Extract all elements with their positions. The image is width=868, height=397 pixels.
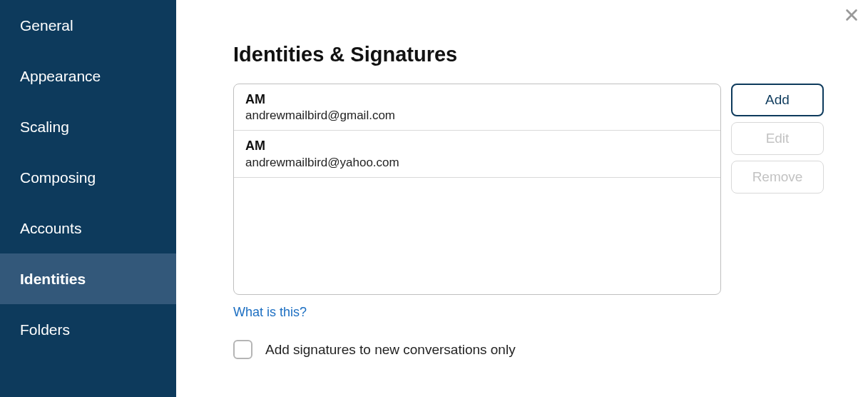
sidebar-item-label: Accounts [20,220,81,237]
identity-name: AM [245,91,709,108]
settings-sidebar: General Appearance Scaling Composing Acc… [0,0,176,397]
close-icon[interactable] [844,7,859,26]
add-button[interactable]: Add [731,84,824,116]
remove-button[interactable]: Remove [731,161,824,194]
identity-list-item[interactable]: AM andrewmailbird@gmail.com [234,84,720,131]
signatures-checkbox-label: Add signatures to new conversations only [265,342,516,358]
sidebar-item-accounts[interactable]: Accounts [0,203,176,253]
sidebar-item-label: Composing [20,169,96,186]
identity-email: andrewmailbird@yahoo.com [245,155,709,171]
page-title: Identities & Signatures [233,43,825,66]
sidebar-item-appearance[interactable]: Appearance [0,51,176,101]
sidebar-item-general[interactable]: General [0,0,176,51]
identity-email: andrewmailbird@gmail.com [245,108,709,124]
sidebar-item-identities[interactable]: Identities [0,253,176,304]
identities-row: AM andrewmailbird@gmail.com AM andrewmai… [233,84,825,295]
edit-button[interactable]: Edit [731,122,824,155]
sidebar-item-label: Scaling [20,119,69,136]
sidebar-item-composing[interactable]: Composing [0,152,176,203]
sidebar-item-label: Identities [20,271,86,288]
identity-name: AM [245,138,709,154]
identity-list-item[interactable]: AM andrewmailbird@yahoo.com [234,131,720,177]
identities-list: AM andrewmailbird@gmail.com AM andrewmai… [233,84,721,295]
sidebar-item-scaling[interactable]: Scaling [0,101,176,152]
checkbox-row: Add signatures to new conversations only [233,340,825,359]
signatures-checkbox[interactable] [233,340,252,359]
sidebar-item-label: Appearance [20,68,101,85]
sidebar-item-label: Folders [20,321,70,338]
sidebar-item-folders[interactable]: Folders [0,304,176,355]
main-panel: Identities & Signatures AM andrewmailbir… [176,0,868,359]
sidebar-item-label: General [20,17,73,34]
identity-actions: Add Edit Remove [731,84,824,194]
helper-link[interactable]: What is this? [233,305,307,320]
